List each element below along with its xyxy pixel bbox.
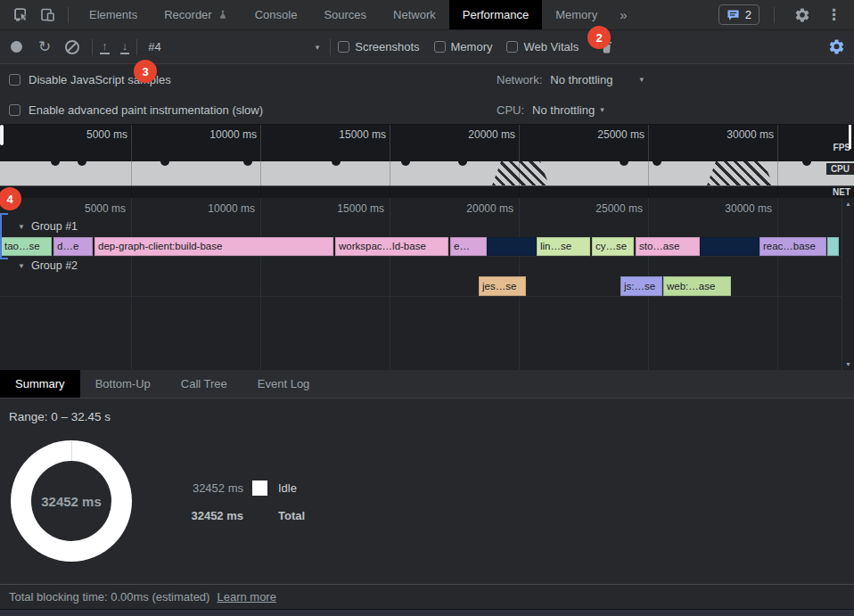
learn-more-link[interactable]: Learn more [217, 590, 275, 604]
cpu-activity-dip [653, 161, 661, 166]
memory-label: Memory [451, 40, 493, 53]
flame-bar[interactable]: reac…base [760, 237, 826, 256]
inspect-element-button[interactable] [7, 3, 34, 28]
tab-sources[interactable]: Sources [310, 0, 380, 29]
tab-label: Console [255, 8, 298, 21]
flame-bar[interactable]: web:…ase [663, 276, 731, 296]
overview-left-handle[interactable] [0, 125, 4, 145]
more-tabs-chevron-icon: » [620, 7, 627, 22]
capture-settings-panel: Disable JavaScript samples Enable advanc… [0, 64, 854, 125]
flame-bar[interactable]: dep-graph-client:build-base [94, 237, 333, 256]
flame-bar[interactable]: js:…se [620, 276, 662, 296]
overview-lane-label-net: NET [833, 187, 850, 197]
cpu-activity-dip [458, 161, 467, 166]
device-toolbar-button[interactable] [34, 3, 61, 28]
screenshots-checkbox[interactable] [338, 41, 349, 53]
cpu-throttling-select[interactable]: CPU: No throttling ▾ [497, 94, 604, 125]
kebab-menu-icon: ⋮ [826, 6, 842, 23]
overview-gridline [777, 125, 778, 198]
reload-and-record-icon[interactable]: ↻ [38, 39, 51, 54]
scroll-down-icon[interactable]: ▼ [845, 361, 851, 367]
web-vitals-checkbox[interactable] [506, 41, 518, 53]
screenshots-checkbox-group[interactable]: Screenshots [338, 40, 419, 53]
disable-js-samples-checkbox[interactable] [9, 74, 21, 86]
flame-scrollbar[interactable]: ▲ ▼ [842, 198, 854, 370]
network-throttling-select[interactable]: Network: No throttling ▾ [497, 64, 644, 94]
load-profile-icon[interactable]: ↑ [100, 40, 110, 54]
save-profile-icon[interactable]: ↓ [120, 40, 130, 54]
legend-label: Idle [278, 481, 297, 495]
gear-icon [794, 7, 810, 23]
total-blocking-time-text: Total blocking time: 0.00ms (estimated) [9, 590, 209, 604]
tabbar-right-cluster: 2 ⋮ [719, 3, 854, 28]
flame-chart[interactable]: ▼ Group #1 tao…sed…edep-graph-client:bui… [0, 198, 854, 370]
flame-bar[interactable]: jes…se [479, 276, 526, 296]
overview-strip[interactable]: FPS CPU NET 5000 ms10000 ms15000 ms20000… [0, 125, 854, 198]
up-arrow-glyph: ↑ [102, 39, 108, 53]
row-separator [0, 256, 842, 257]
overview-net-baseline [0, 185, 854, 186]
tab-event-log[interactable]: Event Log [242, 370, 325, 398]
tab-network[interactable]: Network [380, 0, 449, 29]
memory-checkbox-group[interactable]: Memory [434, 40, 493, 53]
memory-checkbox[interactable] [434, 41, 446, 53]
advanced-paint-checkbox[interactable] [9, 104, 21, 116]
tab-elements[interactable]: Elements [76, 0, 151, 29]
cpu-activity-dip [332, 161, 341, 166]
web-vitals-checkbox-group[interactable]: Web Vitals [506, 40, 579, 53]
tab-label: Call Tree [181, 377, 227, 390]
donut-ring: 32452 ms [11, 440, 132, 562]
flame-bar[interactable]: e… [450, 237, 487, 256]
caret-down-icon: ▾ [600, 105, 604, 114]
reload-glyph: ↻ [38, 38, 51, 55]
record-icon[interactable] [11, 41, 22, 53]
flame-bar[interactable]: workspac…ld-base [335, 237, 448, 256]
window-bottom-strip [0, 609, 854, 616]
tab-label: Recorder [164, 8, 211, 21]
tab-recorder[interactable]: Recorder [151, 0, 241, 29]
footer-bar: Total blocking time: 0.00ms (estimated) … [0, 584, 854, 609]
kebab-menu-button[interactable]: ⋮ [823, 5, 845, 24]
caret-down-icon: ▾ [316, 43, 320, 52]
network-throttling-label: Network: [497, 73, 542, 86]
overview-right-handle[interactable] [849, 125, 851, 149]
cpu-activity-dip [51, 161, 60, 166]
flame-tick-label: 20000 ms [435, 202, 513, 215]
tab-call-tree[interactable]: Call Tree [166, 370, 242, 398]
tab-memory[interactable]: Memory [542, 0, 611, 29]
divider [774, 7, 775, 23]
overview-gridline [519, 125, 520, 198]
summary-legend: 32452 ms Idle 32452 ms Total [183, 479, 305, 524]
tab-summary[interactable]: Summary [0, 370, 80, 398]
capture-settings-gear-button[interactable] [828, 38, 845, 55]
flame-bar[interactable]: sto…ase [636, 237, 700, 256]
flame-bar[interactable]: cy…se [592, 237, 634, 256]
issues-messages-button[interactable]: 2 [719, 4, 760, 25]
web-vitals-label: Web Vitals [523, 40, 579, 53]
cpu-busy-hatched-region [707, 161, 773, 185]
tab-bottom-up[interactable]: Bottom-Up [80, 370, 166, 398]
flame-group-1-header[interactable]: ▼ Group #1 [18, 220, 78, 233]
flame-bar[interactable]: lin…se [537, 237, 590, 256]
clear-recording-icon[interactable] [65, 40, 79, 54]
devtools-settings-button[interactable] [789, 3, 816, 28]
legend-value: 32452 ms [183, 509, 243, 522]
performance-toolbar: ↻ ↑ ↓ #4 ▾ Screenshots Memory Web Vitals [0, 30, 854, 64]
network-throttling-value: No throttling [550, 73, 612, 86]
annotation-badge-2: 2 [587, 26, 611, 49]
summary-panel: Range: 0 – 32.45 s 32452 ms 32452 ms Idl… [0, 398, 854, 584]
tab-performance[interactable]: Performance [449, 0, 542, 29]
cpu-activity-dip [620, 161, 628, 166]
overview-gridline [648, 125, 649, 198]
scroll-up-icon[interactable]: ▲ [845, 201, 851, 207]
flame-bar[interactable]: d…e [53, 237, 93, 256]
recording-history-select[interactable]: #4 ▾ [144, 40, 323, 53]
flame-group-2-header[interactable]: ▼ Group #2 [18, 259, 78, 272]
flame-bar[interactable] [487, 237, 537, 256]
flame-bar[interactable] [700, 237, 760, 256]
flame-bar[interactable] [827, 237, 839, 256]
tab-console[interactable]: Console [242, 0, 311, 29]
more-tabs-button[interactable]: » [611, 7, 636, 22]
devtools-tabbar: Elements Recorder Console Sources Networ… [0, 0, 854, 30]
row-separator [0, 296, 842, 297]
